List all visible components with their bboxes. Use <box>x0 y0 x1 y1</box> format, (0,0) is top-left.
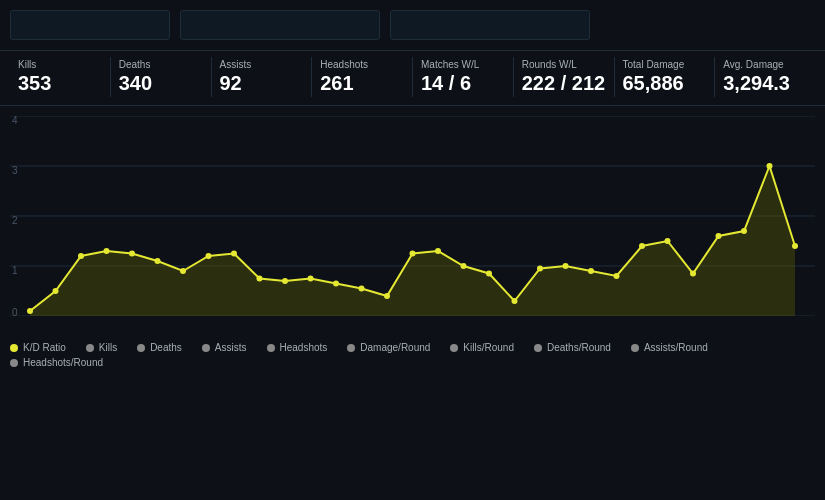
legend-dot-icon <box>267 344 275 352</box>
stat-value: 92 <box>220 72 304 95</box>
stat-cell-deaths: Deaths 340 <box>111 57 212 97</box>
stat-cell-headshots: Headshots 261 <box>312 57 413 97</box>
chart-dot <box>257 276 263 282</box>
chart-dot <box>486 271 492 277</box>
chart-dot <box>665 238 671 244</box>
legend-item: Headshots <box>267 342 328 353</box>
legend-dot-icon <box>450 344 458 352</box>
stat-cell-totaldamage: Total Damage 65,886 <box>615 57 716 97</box>
chart-dot <box>767 163 773 169</box>
chart-dot <box>78 253 84 259</box>
stat-value: 353 <box>18 72 102 95</box>
chart-dot <box>231 251 237 257</box>
chart-dot <box>359 286 365 292</box>
stat-cell-kills: Kills 353 <box>10 57 111 97</box>
chart-dot <box>104 248 110 254</box>
legend-dot-icon <box>631 344 639 352</box>
stat-cell-matcheswl: Matches W/L 14 / 6 <box>413 57 514 97</box>
chart-dot <box>716 233 722 239</box>
legend-dot-icon <box>10 359 18 367</box>
stat-cell-roundswl: Rounds W/L 222 / 212 <box>514 57 615 97</box>
chart-dot <box>129 251 135 257</box>
stat-value: 261 <box>320 72 404 95</box>
kd-chart: 4 3 2 1 0 <box>10 116 815 316</box>
svg-text:0: 0 <box>12 307 18 316</box>
chart-dot <box>461 263 467 269</box>
legend-dot-icon <box>347 344 355 352</box>
legend-item: Kills <box>86 342 117 353</box>
legend-item: Headshots/Round <box>10 357 103 368</box>
legend-item: Damage/Round <box>347 342 430 353</box>
legend-item: Assists/Round <box>631 342 708 353</box>
chart-dot <box>614 273 620 279</box>
chart-dot <box>384 293 390 299</box>
legend-dot-icon <box>202 344 210 352</box>
chart-dot <box>410 251 416 257</box>
legend-item: Assists <box>202 342 247 353</box>
stat-value: 340 <box>119 72 203 95</box>
chart-dot <box>537 266 543 272</box>
chart-dot <box>282 278 288 284</box>
legend-label-text: Kills/Round <box>463 342 514 353</box>
legend-label-text: Headshots/Round <box>23 357 103 368</box>
chart-dot <box>792 243 798 249</box>
best-map-panel <box>390 10 590 40</box>
chart-dot <box>690 271 696 277</box>
stats-row: Kills 353 Deaths 340 Assists 92 Headshot… <box>0 50 825 106</box>
stat-cell-avgdamage: Avg. Damage 3,294.3 <box>715 57 815 97</box>
svg-text:3: 3 <box>12 165 18 176</box>
legend-item: Deaths/Round <box>534 342 611 353</box>
legend-label-text: Assists <box>215 342 247 353</box>
chart-dot <box>333 281 339 287</box>
stat-cell-assists: Assists 92 <box>212 57 313 97</box>
svg-text:2: 2 <box>12 215 18 226</box>
legend-label-text: Headshots <box>280 342 328 353</box>
stat-value: 3,294.3 <box>723 72 807 95</box>
legend: K/D Ratio Kills Deaths Assists Headshots… <box>0 336 825 374</box>
chart-dot <box>308 276 314 282</box>
stat-label: Matches W/L <box>421 59 505 70</box>
stat-label: Rounds W/L <box>522 59 606 70</box>
chart-dot <box>512 298 518 304</box>
legend-label-text: K/D Ratio <box>23 342 66 353</box>
legend-dot-icon <box>137 344 145 352</box>
chart-dot <box>206 253 212 259</box>
chart-area: 4 3 2 1 0 <box>0 106 825 336</box>
kd-ratio-panel <box>10 10 170 40</box>
top-panels <box>0 0 825 50</box>
legend-dot-icon <box>86 344 94 352</box>
chart-dot <box>639 243 645 249</box>
svg-text:1: 1 <box>12 265 18 276</box>
chart-dot <box>563 263 569 269</box>
chart-dot <box>741 228 747 234</box>
chart-dot <box>53 288 59 294</box>
stat-value: 14 / 6 <box>421 72 505 95</box>
legend-item: Deaths <box>137 342 182 353</box>
chart-dot <box>435 248 441 254</box>
legend-item: Kills/Round <box>450 342 514 353</box>
stat-label: Headshots <box>320 59 404 70</box>
stat-label: Kills <box>18 59 102 70</box>
chart-dot <box>180 268 186 274</box>
chart-dot <box>27 308 33 314</box>
stat-value: 65,886 <box>623 72 707 95</box>
stat-value: 222 / 212 <box>522 72 606 95</box>
legend-label-text: Deaths/Round <box>547 342 611 353</box>
best-match-panel <box>180 10 380 40</box>
legend-label-text: Kills <box>99 342 117 353</box>
legend-item: K/D Ratio <box>10 342 66 353</box>
legend-label-text: Assists/Round <box>644 342 708 353</box>
legend-dot-icon <box>10 344 18 352</box>
chart-dot <box>155 258 161 264</box>
legend-label-text: Damage/Round <box>360 342 430 353</box>
stat-label: Assists <box>220 59 304 70</box>
svg-text:4: 4 <box>12 116 18 126</box>
stat-label: Deaths <box>119 59 203 70</box>
stat-label: Avg. Damage <box>723 59 807 70</box>
chart-dot <box>588 268 594 274</box>
stat-label: Total Damage <box>623 59 707 70</box>
legend-label-text: Deaths <box>150 342 182 353</box>
legend-dot-icon <box>534 344 542 352</box>
